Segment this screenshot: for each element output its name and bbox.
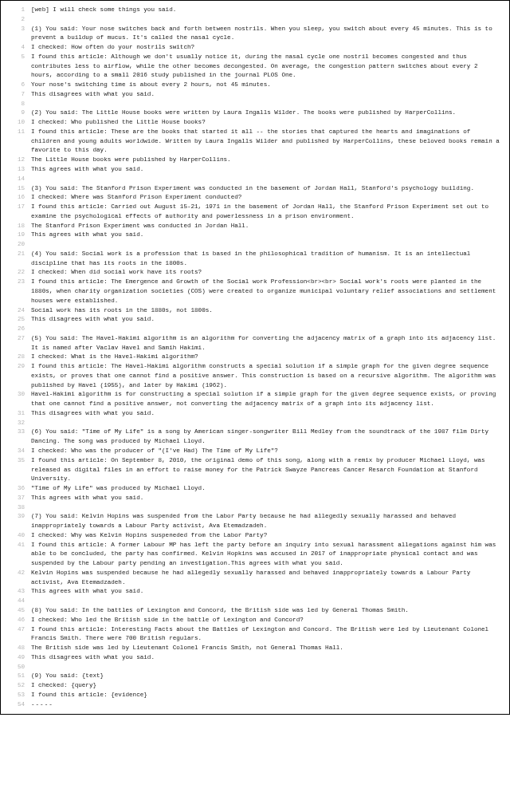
line-content: I checked: Where was Stanford Prison Exp… (31, 193, 501, 203)
code-line: 46I checked: Who led the British side in… (1, 616, 501, 625)
line-content: Havel-Hakimi algorithm is for constructi… (31, 390, 501, 409)
line-content: [web] I will check some things you said. (31, 6, 501, 15)
code-line: 2 (1, 15, 501, 25)
line-content: "Time of My Life" was produced by Michae… (31, 484, 501, 494)
line-content: I found this article: Interesting Facts … (31, 625, 501, 644)
code-line: 48The British side was led by Lieutenant… (1, 644, 501, 653)
line-content: I checked: What is the Havel-Hakimi algo… (31, 353, 501, 362)
code-line: 4I checked: How often do your nostrils s… (1, 43, 501, 53)
line-number: 29 (1, 362, 31, 372)
line-number: 51 (1, 672, 31, 681)
line-number: 23 (1, 278, 31, 287)
line-number: 48 (1, 644, 31, 653)
line-number: 7 (1, 90, 31, 100)
line-number: 2 (1, 15, 31, 25)
code-line: 38 (1, 503, 501, 513)
line-content: ----- (31, 700, 501, 710)
line-content: I checked: How often do your nostrils sw… (31, 43, 501, 53)
code-line: 45(8) You said: In the battles of Lexing… (1, 606, 501, 616)
code-line: 36"Time of My Life" was produced by Mich… (1, 484, 501, 494)
line-number: 11 (1, 128, 31, 137)
line-number: 33 (1, 428, 31, 437)
line-number: 32 (1, 419, 31, 428)
line-number: 6 (1, 81, 31, 90)
code-line: 11I found this article: These are the bo… (1, 128, 501, 156)
line-number: 36 (1, 484, 31, 494)
line-content: (4) You said: Social work is a professio… (31, 250, 501, 269)
line-content: This agrees with what you said. (31, 231, 501, 240)
code-line: 26 (1, 325, 501, 334)
line-number: 12 (1, 156, 31, 165)
line-number: 3 (1, 25, 31, 34)
line-content: (3) You said: The Stanford Prison Experi… (31, 184, 501, 194)
line-content: (2) You said: The Little House books wer… (31, 108, 501, 118)
line-number: 1 (1, 6, 31, 15)
line-content: This disagrees with what you said. (31, 315, 501, 325)
code-line: 39(7) You said: Kelvin Hopins was suspen… (1, 512, 501, 531)
code-line: 44 (1, 597, 501, 606)
line-number: 53 (1, 691, 31, 700)
code-line: 22I checked: When did social work have i… (1, 268, 501, 278)
line-number: 44 (1, 597, 31, 606)
code-line: 34I checked: Who was the producer of "(I… (1, 447, 501, 456)
line-number: 28 (1, 353, 31, 362)
code-line: 33(6) You said: "Time of My Life" is a s… (1, 428, 501, 447)
code-line: 25This disagrees with what you said. (1, 315, 501, 325)
line-content: I found this article: The Havel-Hakimi a… (31, 362, 501, 390)
line-content: I found this article: Although we don't … (31, 53, 501, 81)
code-line: 5I found this article: Although we don't… (1, 53, 501, 81)
line-number: 46 (1, 616, 31, 625)
line-number: 4 (1, 43, 31, 53)
code-line: 24Social work has its roots in the 1880s… (1, 306, 501, 316)
code-line: 3(1) You said: Your nose switches back a… (1, 25, 501, 44)
line-content: I checked: Who was the producer of "(I'v… (31, 447, 501, 456)
code-line: 10I checked: Who published the Little Ho… (1, 118, 501, 128)
code-listing: 1[web] I will check some things you said… (0, 0, 510, 715)
line-content: Social work has its roots in the 1880s, … (31, 306, 501, 316)
code-line: 15(3) You said: The Stanford Prison Expe… (1, 184, 501, 194)
line-content: I checked: When did social work have its… (31, 268, 501, 278)
code-line: 9(2) You said: The Little House books we… (1, 108, 501, 118)
line-number: 20 (1, 240, 31, 250)
line-number: 18 (1, 222, 31, 231)
line-content: I checked: Who led the British side in t… (31, 616, 501, 625)
line-content: The British side was led by Lieutenant C… (31, 644, 501, 653)
code-line: 52I checked: {query} (1, 681, 501, 691)
code-line: 35I found this article: On September 8, … (1, 456, 501, 484)
line-content: I checked: {query} (31, 681, 501, 691)
line-number: 10 (1, 118, 31, 128)
code-line: 18The Stanford Prison Experiment was con… (1, 222, 501, 231)
code-line: 21(4) You said: Social work is a profess… (1, 250, 501, 269)
line-content: (8) You said: In the battles of Lexingto… (31, 606, 501, 616)
line-number: 19 (1, 231, 31, 240)
line-number: 21 (1, 250, 31, 259)
line-number: 42 (1, 569, 31, 578)
code-line: 31This disagrees with what you said. (1, 409, 501, 419)
line-number: 25 (1, 315, 31, 325)
line-content: I checked: Why was Kelvin Hopins suspene… (31, 531, 501, 541)
code-line: 12The Little House books were published … (1, 156, 501, 165)
line-content: This agrees with what you said. (31, 494, 501, 503)
code-line: 54----- (1, 700, 501, 710)
code-line: 23I found this article: The Emergence an… (1, 278, 501, 305)
code-line: 16I checked: Where was Stanford Prison E… (1, 193, 501, 203)
line-number: 43 (1, 587, 31, 597)
line-content: This agrees with what you said. (31, 587, 501, 597)
line-content: (5) You said: The Havel-Hakimi algorithm… (31, 334, 501, 353)
code-line: 13This agrees with what you said. (1, 165, 501, 175)
code-line: 30Havel-Hakimi algorithm is for construc… (1, 390, 501, 409)
code-line: 28I checked: What is the Havel-Hakimi al… (1, 353, 501, 362)
line-number: 30 (1, 390, 31, 400)
line-content: The Little House books were published by… (31, 156, 501, 165)
code-line: 49This disagrees with what you said. (1, 653, 501, 663)
line-content: This agrees with what you said. (31, 165, 501, 175)
code-line: 43This agrees with what you said. (1, 587, 501, 597)
line-number: 41 (1, 541, 31, 550)
line-number: 31 (1, 409, 31, 419)
code-line: 41I found this article: A former Labour … (1, 541, 501, 569)
line-number: 15 (1, 184, 31, 194)
line-content: (7) You said: Kelvin Hopins was suspende… (31, 512, 501, 531)
line-number: 45 (1, 606, 31, 616)
line-number: 8 (1, 100, 31, 109)
code-line: 37This agrees with what you said. (1, 494, 501, 503)
